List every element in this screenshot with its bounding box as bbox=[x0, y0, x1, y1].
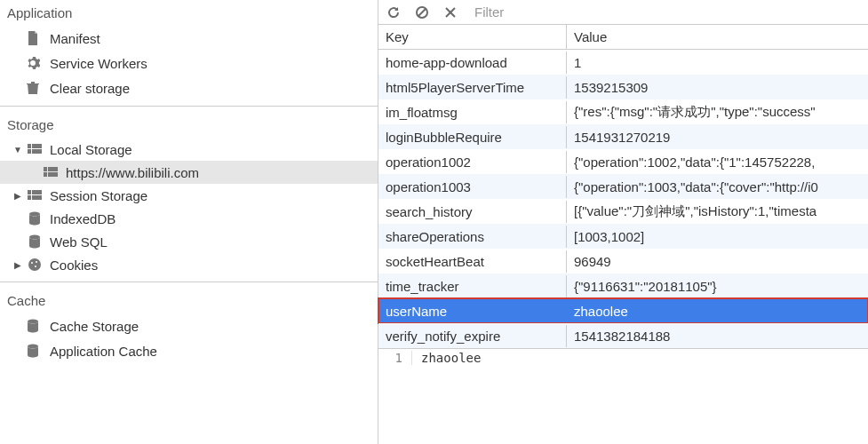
sidebar: Application Manifest Service Workers Cle… bbox=[0, 0, 378, 444]
table-row[interactable]: socketHeartBeat96949 bbox=[378, 249, 868, 274]
toolbar bbox=[378, 0, 868, 25]
document-icon bbox=[25, 30, 41, 46]
cell-value: 1541931270219 bbox=[567, 126, 868, 148]
sidebar-item-label: Service Workers bbox=[50, 56, 147, 71]
tree-item-cookies[interactable]: ▶ Cookies bbox=[0, 253, 378, 276]
cell-value: 1541382184188 bbox=[567, 325, 868, 347]
svg-point-14 bbox=[28, 258, 41, 271]
chevron-down-icon: ▼ bbox=[12, 145, 23, 155]
svg-rect-8 bbox=[28, 190, 31, 194]
sidebar-item-label: Application Cache bbox=[50, 344, 157, 359]
cell-key: socketHeartBeat bbox=[378, 250, 567, 273]
cell-value: 96949 bbox=[567, 250, 868, 273]
svg-point-12 bbox=[29, 212, 40, 217]
section-title-cache: Cache bbox=[0, 288, 378, 313]
tree-item-local-storage[interactable]: ▼ Local Storage bbox=[0, 138, 378, 161]
value-viewer: 1 zhaoolee bbox=[378, 348, 868, 365]
cell-key: userName bbox=[378, 300, 567, 322]
grid-icon bbox=[43, 164, 59, 180]
content-pane: Key Value home-app-download1html5PlayerS… bbox=[378, 0, 868, 444]
cell-value: 1 bbox=[567, 52, 868, 74]
table-row[interactable]: operation1003{"operation":1003,"data":{"… bbox=[378, 174, 868, 199]
tree-item-label: Cookies bbox=[50, 258, 98, 273]
table-row[interactable]: userNamezhaoolee bbox=[378, 298, 868, 323]
cell-value: [{"value":"刀剑神域","isHistory":1,"timesta bbox=[567, 200, 868, 224]
refresh-button[interactable] bbox=[386, 4, 402, 20]
cell-key: operation1003 bbox=[378, 176, 567, 198]
table-row[interactable]: time_tracker{"9116631":"20181105"} bbox=[378, 274, 868, 298]
cell-key: shareOperations bbox=[378, 226, 567, 248]
tree-item-session-storage[interactable]: ▶ Session Storage bbox=[0, 184, 378, 207]
cookie-icon bbox=[27, 257, 43, 273]
table-row[interactable]: shareOperations[1003,1002] bbox=[378, 224, 868, 249]
cell-key: verify_notify_expire bbox=[378, 325, 567, 347]
sidebar-item-label: Clear storage bbox=[50, 81, 130, 96]
cell-value: {"operation":1002,"data":{"1":145752228, bbox=[567, 151, 868, 173]
tree-item-label: IndexedDB bbox=[50, 211, 115, 226]
cell-value: {"res":{"msg":"请求成功","type":"success" bbox=[567, 100, 868, 124]
value-text: zhaoolee bbox=[412, 351, 481, 365]
sidebar-item-application-cache[interactable]: Application Cache bbox=[0, 338, 378, 363]
cell-key: home-app-download bbox=[378, 52, 567, 74]
tree-item-label: Local Storage bbox=[50, 142, 132, 157]
column-header-key[interactable]: Key bbox=[378, 25, 567, 49]
chevron-right-icon: ▶ bbox=[12, 260, 23, 270]
cell-value: 1539215309 bbox=[567, 76, 868, 99]
svg-point-17 bbox=[35, 266, 36, 267]
svg-line-21 bbox=[418, 9, 426, 16]
sidebar-item-manifest[interactable]: Manifest bbox=[0, 26, 378, 51]
grid-icon bbox=[27, 141, 43, 157]
cell-value: zhaoolee bbox=[567, 300, 868, 322]
table-row[interactable]: search_history[{"value":"刀剑神域","isHistor… bbox=[378, 199, 868, 224]
svg-point-19 bbox=[28, 345, 38, 349]
table-row[interactable]: im_floatmsg{"res":{"msg":"请求成功","type":"… bbox=[378, 99, 868, 124]
tree-item-local-storage-origin[interactable]: https://www.bilibili.com bbox=[0, 161, 378, 184]
tree-item-label: Web SQL bbox=[50, 234, 108, 250]
tree-item-websql[interactable]: Web SQL bbox=[0, 230, 378, 253]
tree-item-label: https://www.bilibili.com bbox=[66, 165, 199, 180]
cell-key: search_history bbox=[378, 201, 567, 223]
svg-rect-7 bbox=[48, 172, 58, 177]
database-icon bbox=[25, 318, 41, 334]
delete-button[interactable] bbox=[442, 4, 458, 20]
cell-key: html5PlayerServerTime bbox=[378, 76, 567, 99]
table-row[interactable]: verify_notify_expire1541382184188 bbox=[378, 323, 868, 348]
svg-rect-9 bbox=[32, 190, 42, 194]
filter-input[interactable] bbox=[471, 3, 861, 21]
column-header-value[interactable]: Value bbox=[567, 25, 868, 49]
sidebar-item-label: Manifest bbox=[50, 31, 100, 46]
cell-value: {"operation":1003,"data":{"cover":"http:… bbox=[567, 176, 868, 198]
svg-rect-11 bbox=[32, 195, 42, 200]
line-number: 1 bbox=[378, 351, 412, 365]
tree-item-indexeddb[interactable]: IndexedDB bbox=[0, 207, 378, 230]
database-icon bbox=[27, 234, 43, 250]
svg-rect-0 bbox=[28, 144, 31, 148]
sidebar-item-service-workers[interactable]: Service Workers bbox=[0, 51, 378, 75]
table-row[interactable]: home-app-download1 bbox=[378, 50, 868, 75]
svg-rect-4 bbox=[44, 167, 47, 171]
table-row[interactable]: loginBubbleRequire1541931270219 bbox=[378, 124, 868, 149]
database-icon bbox=[25, 343, 41, 359]
svg-point-13 bbox=[29, 235, 40, 240]
svg-rect-5 bbox=[48, 167, 58, 171]
svg-rect-6 bbox=[44, 172, 47, 177]
cell-value: [1003,1002] bbox=[567, 226, 868, 248]
tree-item-label: Session Storage bbox=[50, 188, 147, 203]
cell-value: {"9116631":"20181105"} bbox=[567, 275, 868, 297]
clear-button[interactable] bbox=[414, 4, 430, 20]
trash-icon bbox=[25, 80, 41, 96]
table-row[interactable]: operation1002{"operation":1002,"data":{"… bbox=[378, 149, 868, 174]
section-title-storage: Storage bbox=[0, 112, 378, 138]
table-row[interactable]: html5PlayerServerTime1539215309 bbox=[378, 75, 868, 99]
cell-key: operation1002 bbox=[378, 151, 567, 173]
grid-icon bbox=[27, 187, 43, 203]
sidebar-item-clear-storage[interactable]: Clear storage bbox=[0, 75, 378, 100]
section-title-application: Application bbox=[0, 0, 378, 26]
sidebar-item-cache-storage[interactable]: Cache Storage bbox=[0, 313, 378, 338]
database-icon bbox=[27, 210, 43, 226]
gear-icon bbox=[25, 55, 41, 71]
svg-point-16 bbox=[36, 261, 37, 263]
svg-point-15 bbox=[31, 262, 33, 264]
cell-key: time_tracker bbox=[378, 275, 567, 297]
cell-key: im_floatmsg bbox=[378, 101, 567, 123]
